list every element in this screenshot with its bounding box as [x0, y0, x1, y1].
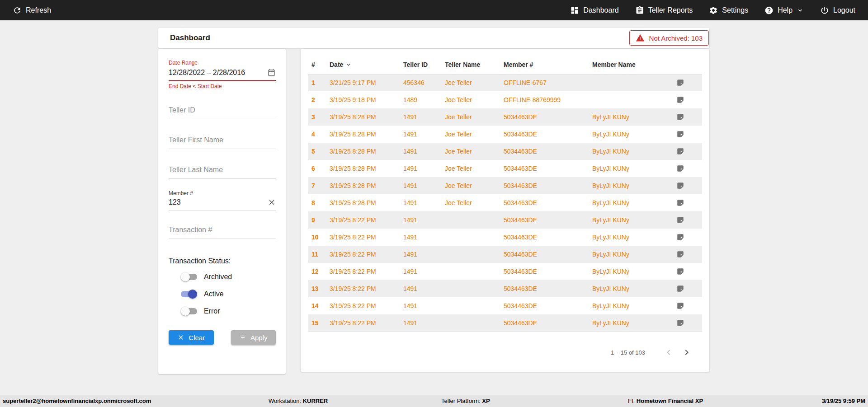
not-archived-label: Not Archived: 103 [649, 34, 703, 42]
table-row[interactable]: 103/19/25 8:22 PM14915034463DEByLyJI KUN… [308, 229, 702, 246]
cell-mno: OFFLINE-6767 [500, 74, 589, 91]
cell-date: 3/19/25 8:22 PM [326, 314, 400, 332]
nav-teller-reports[interactable]: Teller Reports [635, 6, 693, 15]
cell-tid: 1491 [400, 160, 441, 177]
clear-member-button[interactable] [268, 198, 276, 206]
clear-button[interactable]: Clear [169, 330, 214, 345]
col-header-teller-id: Teller ID [400, 55, 441, 74]
cell-date: 3/19/25 8:28 PM [326, 108, 400, 126]
cell-mname: ByLyJI KUNy [589, 229, 673, 246]
toggle-error[interactable]: Error [181, 306, 276, 317]
cell-tid: 1491 [400, 108, 441, 126]
teller-last-name-input[interactable] [169, 163, 276, 179]
cell-mname: ByLyJI KUNy [589, 263, 673, 280]
nav-settings[interactable]: Settings [709, 6, 748, 15]
cell-mno: 5034463DE [500, 126, 589, 143]
pagination: 1 – 15 of 103 [308, 333, 702, 372]
refresh-button[interactable]: Refresh [13, 6, 51, 15]
cell-tid: 1491 [400, 126, 441, 143]
cell-date: 3/19/25 8:22 PM [326, 280, 400, 297]
table-row[interactable]: 153/19/25 8:22 PM14915034463DEByLyJI KUN… [308, 314, 702, 332]
note-icon[interactable] [676, 233, 698, 241]
table-row[interactable]: 123/19/25 8:22 PM14915034463DEByLyJI KUN… [308, 263, 702, 280]
note-icon[interactable] [676, 147, 698, 155]
help-icon [764, 6, 774, 15]
cell-num: 7 [308, 177, 326, 194]
cell-mno: 5034463DE [500, 143, 589, 160]
table-row[interactable]: 33/19/25 8:28 PM1491Joe Teller5034463DEB… [308, 108, 702, 126]
member-number-input[interactable] [169, 198, 268, 206]
teller-last-name-field [169, 163, 276, 179]
note-icon[interactable] [676, 319, 698, 327]
cell-mno: 5034463DE [500, 263, 589, 280]
cell-mno: OFFLINE-88769999 [500, 91, 589, 108]
toggle-switch [181, 272, 197, 281]
table-row[interactable]: 43/19/25 8:28 PM1491Joe Teller5034463DEB… [308, 126, 702, 143]
date-range-field[interactable]: Date Range 12/28/2022 – 2/28/2016 End Da… [169, 60, 276, 89]
teller-first-name-field [169, 133, 276, 149]
note-icon[interactable] [676, 79, 698, 87]
nav-logout[interactable]: Logout [820, 6, 855, 15]
apply-button[interactable]: Apply [231, 330, 276, 345]
prev-page-button[interactable] [660, 343, 678, 361]
table-row[interactable]: 13/21/25 9:17 PM456346Joe TellerOFFLINE-… [308, 74, 702, 91]
calendar-icon[interactable] [267, 68, 276, 77]
cell-mname: ByLyJI KUNy [589, 211, 673, 229]
cell-tname [441, 263, 500, 280]
cell-num: 1 [308, 74, 326, 91]
toggle-switch [181, 290, 197, 299]
page-title: Dashboard [170, 33, 210, 42]
workstation-info: Workstation: KURRER [269, 398, 328, 404]
member-number-label: Member # [169, 190, 276, 196]
cell-note [673, 280, 702, 297]
cell-tid: 1489 [400, 91, 441, 108]
note-icon[interactable] [676, 130, 698, 138]
table-row[interactable]: 53/19/25 8:28 PM1491Joe Teller5034463DEB… [308, 143, 702, 160]
cell-num: 2 [308, 91, 326, 108]
note-icon[interactable] [676, 199, 698, 207]
table-row[interactable]: 93/19/25 8:22 PM14915034463DEByLyJI KUNy [308, 211, 702, 229]
cell-num: 15 [308, 314, 326, 332]
cell-mno: 5034463DE [500, 194, 589, 211]
chevron-left-icon [663, 347, 674, 358]
cell-num: 4 [308, 126, 326, 143]
note-icon[interactable] [676, 182, 698, 190]
cell-date: 3/21/25 9:17 PM [326, 74, 400, 91]
cell-num: 10 [308, 229, 326, 246]
table-row[interactable]: 73/19/25 8:28 PM1491Joe Teller5034463DEB… [308, 177, 702, 194]
table-row[interactable]: 23/19/25 9:18 PM1489Joe TellerOFFLINE-88… [308, 91, 702, 108]
toggle-archived[interactable]: Archived [181, 271, 276, 282]
nav-dashboard[interactable]: Dashboard [570, 6, 618, 15]
table-row[interactable]: 113/19/25 8:22 PM14915034463DEByLyJI KUN… [308, 246, 702, 263]
note-icon[interactable] [676, 216, 698, 224]
note-icon[interactable] [676, 113, 698, 121]
next-page-button[interactable] [678, 343, 696, 361]
table-row[interactable]: 63/19/25 8:28 PM1491Joe Teller5034463DEB… [308, 160, 702, 177]
cell-date: 3/19/25 8:28 PM [326, 160, 400, 177]
table-row[interactable]: 133/19/25 8:22 PM14915034463DEByLyJI KUN… [308, 280, 702, 297]
table-row[interactable]: 143/19/25 8:22 PM14915034463DEByLyJI KUN… [308, 297, 702, 314]
teller-first-name-input[interactable] [169, 133, 276, 149]
cell-mno: 5034463DE [500, 211, 589, 229]
col-header-date[interactable]: Date [326, 55, 400, 74]
note-icon[interactable] [676, 267, 698, 276]
cell-note [673, 177, 702, 194]
transaction-number-input[interactable] [169, 223, 276, 239]
cell-tid: 1491 [400, 229, 441, 246]
note-icon[interactable] [676, 164, 698, 173]
toggle-active[interactable]: Active [181, 289, 276, 299]
not-archived-badge[interactable]: Not Archived: 103 [629, 30, 709, 46]
table-row[interactable]: 83/19/25 8:28 PM1491Joe Teller5034463DEB… [308, 194, 702, 211]
nav-help[interactable]: Help [764, 6, 804, 15]
fi-info: FI: Hometown Financial XP [628, 398, 703, 404]
cell-tname: Joe Teller [441, 91, 500, 108]
note-icon[interactable] [676, 250, 698, 258]
note-icon[interactable] [676, 285, 698, 293]
note-icon[interactable] [676, 302, 698, 310]
transaction-status-label: Transaction Status: [169, 257, 276, 265]
teller-id-input[interactable] [169, 103, 276, 119]
cell-mname: ByLyJI KUNy [589, 246, 673, 263]
clear-x-icon [177, 334, 184, 341]
cell-note [673, 108, 702, 126]
note-icon[interactable] [676, 96, 698, 104]
